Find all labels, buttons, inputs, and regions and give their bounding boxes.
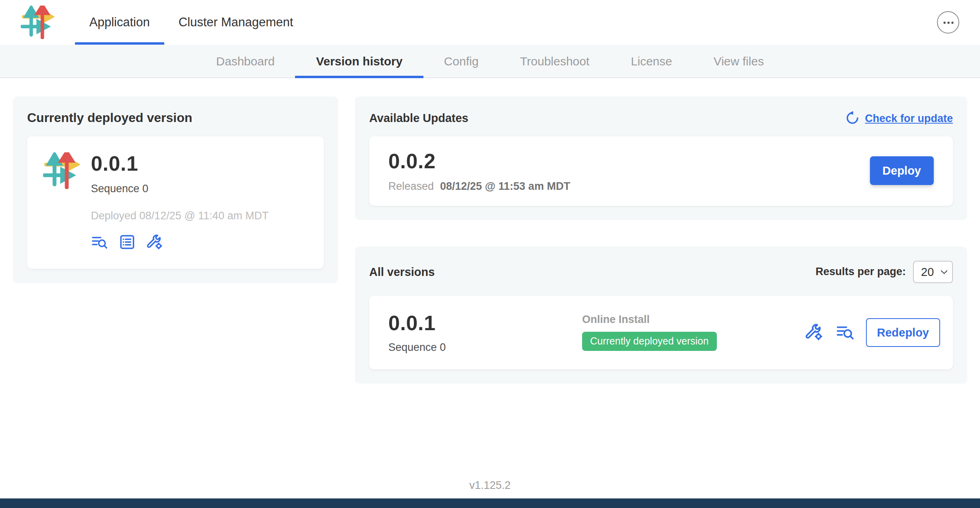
currently-deployed-card: Currently deployed version — [13, 96, 338, 283]
subnav-tab-label: Dashboard — [216, 54, 275, 68]
available-updates-header: Available Updates Check for update — [369, 111, 953, 125]
app-arrows-logo — [21, 6, 54, 39]
currently-deployed-meta: 0.0.1 Sequence 0 Deployed 08/12/25 @ 11:… — [91, 152, 269, 253]
ellipsis-icon — [941, 16, 955, 29]
results-per-page: Results per page: 20 — [815, 260, 953, 283]
deploy-button[interactable]: Deploy — [870, 157, 934, 185]
admin-console-page: Application Cluster Management Dashboard… — [0, 0, 980, 508]
available-updates-title: Available Updates — [369, 112, 468, 124]
subnav-tab-label: Troubleshoot — [520, 54, 589, 68]
config-icon[interactable] — [805, 323, 823, 342]
subnav-tab-version-history[interactable]: Version history — [295, 45, 423, 77]
console-version: v1.125.2 — [469, 479, 511, 491]
results-per-page-label: Results per page: — [815, 266, 906, 278]
config-icon[interactable] — [147, 233, 163, 250]
all-versions-title: All versions — [369, 265, 435, 278]
currently-deployed-panel: 0.0.1 Sequence 0 Deployed 08/12/25 @ 11:… — [27, 136, 324, 269]
available-update-row: 0.0.2 Released 08/12/25 @ 11:53 am MDT D… — [369, 136, 953, 205]
update-info: 0.0.2 Released 08/12/25 @ 11:53 am MDT — [388, 150, 570, 192]
app-arrows-logo — [43, 152, 80, 189]
released-date: 08/12/25 @ 11:53 am MDT — [440, 180, 571, 192]
subnav-tab-view-files[interactable]: View files — [693, 45, 785, 77]
update-version-number: 0.0.2 — [388, 150, 570, 173]
preflight-checks-icon[interactable] — [119, 233, 136, 250]
app-subnav: Dashboard Version history Config Trouble… — [0, 45, 980, 78]
app-logo-icon[interactable] — [21, 6, 54, 39]
top-tab-label: Cluster Management — [179, 15, 293, 30]
all-versions-header: All versions Results per page: 20 — [369, 260, 953, 283]
deployed-sequence: Sequence 0 — [91, 182, 269, 194]
release-notes-icon[interactable] — [91, 233, 108, 250]
app-version-icon — [43, 152, 80, 189]
currently-deployed-title: Currently deployed version — [27, 111, 324, 125]
top-tab-label: Application — [89, 15, 150, 30]
subnav-tab-troubleshoot[interactable]: Troubleshoot — [499, 45, 610, 77]
results-per-page-select-wrap: 20 — [913, 260, 953, 283]
available-updates-card: Available Updates Check for update 0.0.2… — [355, 96, 967, 220]
check-for-update-label: Check for update — [865, 112, 953, 124]
deployed-timestamp: Deployed 08/12/25 @ 11:40 am MDT — [91, 209, 269, 221]
top-tab-cluster-management[interactable]: Cluster Management — [164, 0, 308, 45]
released-timestamp: Released 08/12/25 @ 11:53 am MDT — [388, 180, 570, 192]
redeploy-button[interactable]: Redeploy — [866, 318, 940, 347]
subnav-tab-label: Version history — [316, 54, 403, 68]
top-header: Application Cluster Management — [0, 0, 980, 45]
footer: v1.125.2 — [0, 479, 980, 491]
version-row-info: 0.0.1 Sequence 0 — [388, 311, 582, 353]
deployed-version-number: 0.0.1 — [91, 152, 269, 175]
right-column: Available Updates Check for update 0.0.2… — [355, 96, 967, 384]
all-versions-card: All versions Results per page: 20 — [355, 246, 967, 384]
deployed-version-actions — [91, 233, 269, 250]
version-row-actions: Redeploy — [795, 318, 940, 347]
subnav-tab-dashboard[interactable]: Dashboard — [195, 45, 295, 77]
row-version-number: 0.0.1 — [388, 311, 582, 334]
subnav-tab-label: View files — [714, 54, 764, 68]
top-nav: Application Cluster Management — [75, 0, 307, 45]
deployed-status-badge: Currently deployed version — [582, 332, 716, 351]
results-per-page-select[interactable]: 20 — [913, 260, 953, 283]
subnav-tab-label: License — [631, 54, 672, 68]
row-sequence: Sequence 0 — [388, 341, 582, 353]
refresh-icon — [845, 111, 859, 125]
bottom-dark-bar — [0, 498, 980, 508]
version-row: 0.0.1 Sequence 0 Online Install Currentl… — [369, 295, 953, 369]
release-notes-icon[interactable] — [835, 323, 854, 342]
check-for-update-link[interactable]: Check for update — [845, 111, 953, 125]
top-tab-application[interactable]: Application — [75, 0, 164, 45]
screenshot-root: Application Cluster Management Dashboard… — [0, 0, 980, 508]
more-options-button[interactable] — [937, 11, 959, 33]
main-content: Currently deployed version — [0, 78, 980, 384]
version-row-status: Online Install Currently deployed versio… — [582, 314, 795, 351]
subnav-tab-license[interactable]: License — [610, 45, 693, 77]
subnav-tab-config[interactable]: Config — [423, 45, 500, 77]
released-prefix: Released — [388, 180, 434, 192]
install-type-label: Online Install — [582, 314, 795, 326]
subnav-tab-label: Config — [444, 54, 479, 68]
